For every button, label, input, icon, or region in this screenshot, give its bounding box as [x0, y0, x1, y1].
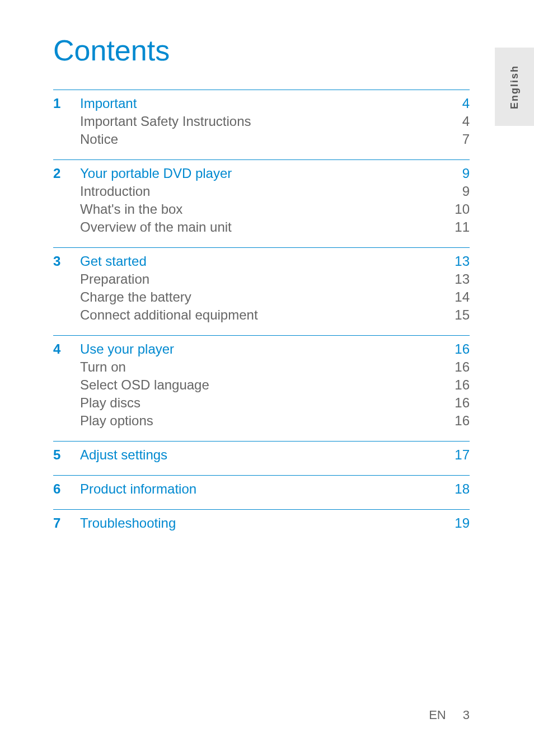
toc-subitem-title: Select OSD language	[80, 377, 447, 393]
toc-subitem-title: Overview of the main unit	[80, 219, 447, 235]
toc-subitem-page: 7	[447, 132, 470, 147]
toc-subitem-title: Turn on	[80, 359, 447, 375]
page-footer: EN 3	[429, 708, 470, 722]
toc-section-title: Important	[80, 96, 447, 111]
toc-section-number: 6	[53, 481, 80, 497]
toc-subitem[interactable]: Play discs16	[53, 395, 470, 411]
toc-subitem[interactable]: Connect additional equipment15	[53, 307, 470, 323]
toc-subitem[interactable]: Play options16	[53, 413, 470, 429]
toc-section-title: Use your player	[80, 341, 447, 357]
toc-section-number: 2	[53, 166, 80, 181]
toc-subitem-page: 10	[447, 201, 470, 217]
toc-subitem[interactable]: What's in the box10	[53, 201, 470, 217]
toc-subitem-page: 13	[447, 271, 470, 287]
language-tab-label: English	[509, 64, 521, 109]
toc-subitem-page: 16	[447, 395, 470, 411]
toc-subitem-title: Introduction	[80, 184, 447, 199]
toc-subitem-title: Play discs	[80, 395, 447, 411]
toc-subitem-page: 15	[447, 307, 470, 323]
toc-section: 5Adjust settings17	[53, 441, 470, 475]
toc-subitem-title: Connect additional equipment	[80, 307, 447, 323]
toc-section-page: 16	[447, 341, 470, 357]
toc-section-header[interactable]: 6Product information18	[53, 481, 470, 497]
toc-subitem-page: 16	[447, 359, 470, 375]
toc-section-page: 13	[447, 253, 470, 269]
toc-subitem[interactable]: Preparation13	[53, 271, 470, 287]
page-container: English Contents 1Important4Important Sa…	[0, 0, 534, 756]
toc-section-page: 9	[447, 166, 470, 181]
toc-subitem-title: Preparation	[80, 271, 447, 287]
toc-section-title: Troubleshooting	[80, 515, 447, 531]
toc-subitem-title: Important Safety Instructions	[80, 114, 447, 129]
toc-section-title: Get started	[80, 253, 447, 269]
toc-subitem-title: What's in the box	[80, 201, 447, 217]
toc-section: 4Use your player16Turn on16Select OSD la…	[53, 335, 470, 441]
toc-section-title: Product information	[80, 481, 447, 497]
toc-subitem[interactable]: Important Safety Instructions4	[53, 114, 470, 129]
footer-language-code: EN	[429, 708, 446, 722]
toc-subitem-page: 11	[447, 219, 470, 235]
toc-section-title: Your portable DVD player	[80, 166, 447, 181]
toc-subitem-page: 14	[447, 289, 470, 305]
table-of-contents: 1Important4Important Safety Instructions…	[53, 90, 470, 543]
toc-subitem-page: 16	[447, 377, 470, 393]
page-title: Contents	[53, 34, 470, 67]
toc-section-title: Adjust settings	[80, 447, 447, 463]
toc-subitem[interactable]: Charge the battery14	[53, 289, 470, 305]
toc-section-page: 4	[447, 96, 470, 111]
toc-subitem-page: 9	[447, 184, 470, 199]
toc-section-page: 18	[447, 481, 470, 497]
toc-section-page: 17	[447, 447, 470, 463]
toc-section-number: 7	[53, 515, 80, 531]
footer-page-number: 3	[463, 708, 470, 722]
toc-subitem[interactable]: Turn on16	[53, 359, 470, 375]
toc-section-number: 5	[53, 447, 80, 463]
toc-section-header[interactable]: 3Get started13	[53, 253, 470, 269]
toc-subitem-page: 16	[447, 413, 470, 429]
toc-section-number: 4	[53, 341, 80, 357]
toc-section-number: 1	[53, 96, 80, 111]
toc-subitem[interactable]: Overview of the main unit11	[53, 219, 470, 235]
language-tab: English	[495, 48, 534, 126]
toc-section-header[interactable]: 2Your portable DVD player9	[53, 166, 470, 181]
toc-subitem[interactable]: Introduction9	[53, 184, 470, 199]
toc-section-header[interactable]: 1Important4	[53, 96, 470, 111]
toc-section-header[interactable]: 4Use your player16	[53, 341, 470, 357]
toc-section: 2Your portable DVD player9Introduction9W…	[53, 159, 470, 247]
toc-subitem-title: Play options	[80, 413, 447, 429]
toc-section: 6Product information18	[53, 475, 470, 509]
toc-section-header[interactable]: 5Adjust settings17	[53, 447, 470, 463]
toc-subitem[interactable]: Notice7	[53, 132, 470, 147]
toc-section-page: 19	[447, 515, 470, 531]
toc-subitem-title: Charge the battery	[80, 289, 447, 305]
toc-subitem-page: 4	[447, 114, 470, 129]
toc-subitem-title: Notice	[80, 132, 447, 147]
toc-section: 7Troubleshooting19	[53, 509, 470, 543]
toc-section: 1Important4Important Safety Instructions…	[53, 90, 470, 159]
toc-section-number: 3	[53, 253, 80, 269]
toc-section-header[interactable]: 7Troubleshooting19	[53, 515, 470, 531]
toc-section: 3Get started13Preparation13Charge the ba…	[53, 247, 470, 335]
toc-subitem[interactable]: Select OSD language16	[53, 377, 470, 393]
